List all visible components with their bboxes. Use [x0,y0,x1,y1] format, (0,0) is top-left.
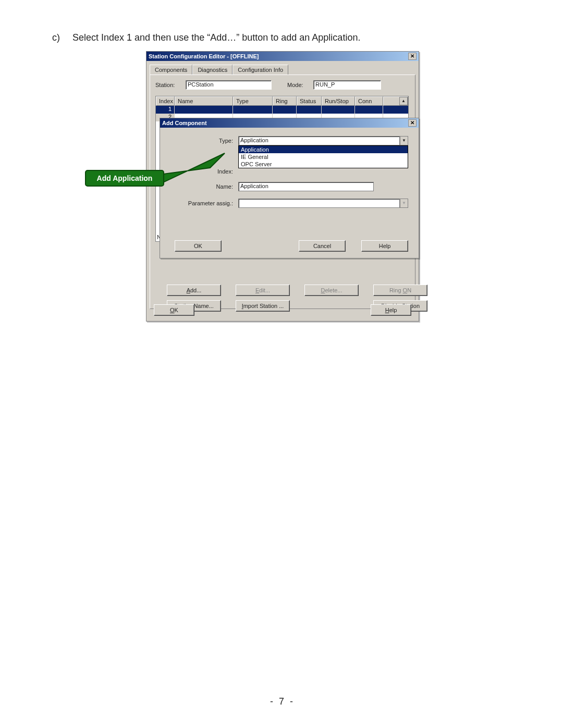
main-ok-button[interactable]: OK [154,304,194,316]
add-component-dialog: Add Component ✕ Type: Application ▼ Appl… [160,118,419,258]
type-label: Type: [170,138,238,144]
modal-help-button[interactable]: Help [361,240,408,252]
close-icon[interactable]: ✕ [408,53,417,60]
mode-label: Mode: [287,82,313,88]
chevron-down-icon[interactable]: ▼ [400,199,408,208]
dropdown-item[interactable]: IE General [239,153,408,161]
param-row: Parameter assig.: ▼ [170,199,408,208]
edit-button[interactable]: Edit... [236,285,290,296]
name-row: Name: Application [170,182,408,191]
index-label: Index: [170,168,238,175]
chevron-down-icon[interactable]: ▼ [400,136,408,145]
dropdown-item[interactable]: Application [239,146,408,153]
modal-ok-button[interactable]: OK [175,240,222,252]
delete-button[interactable]: Delete... [304,285,359,296]
modal-titlebar[interactable]: Add Component ✕ [160,118,419,128]
tab-config-info[interactable]: Configuration Info [232,65,288,75]
scroll-up-icon[interactable]: ▲ [399,97,408,105]
col-runstop[interactable]: Run/Stop [322,96,355,106]
col-type[interactable]: Type [233,96,273,106]
col-status[interactable]: Status [297,96,322,106]
close-icon[interactable]: ✕ [408,119,417,127]
callout-label: Add Application [97,174,153,182]
page-number-value: 7 [279,696,284,707]
index-row: Index: [170,168,408,175]
type-combo[interactable]: Application ▼ Application IE General OPC… [238,136,408,145]
param-label: Parameter assig.: [170,200,238,206]
row-index: 1 [156,106,175,114]
col-ring[interactable]: Ring [273,96,297,106]
tab-components[interactable]: Components [150,65,192,75]
tab-diagnostics[interactable]: Diagnostics [192,65,232,75]
main-window-title: Station Configuration Editor - [OFFLINE] [149,53,408,59]
main-titlebar[interactable]: Station Configuration Editor - [OFFLINE]… [146,52,419,61]
ring-on-button[interactable]: Ring ON [373,285,427,296]
col-conn[interactable]: Conn [355,96,383,106]
col-name[interactable]: Name [175,96,233,106]
station-field[interactable]: PCStation [186,80,272,90]
modal-cancel-button[interactable]: Cancel [299,240,346,252]
tab-strip: Components Diagnostics Configuration Inf… [150,64,415,75]
col-index[interactable]: Index [156,96,175,106]
instruction-text: Select Index 1 and then use the “Add…” b… [72,32,360,43]
main-help-button[interactable]: Help [371,304,411,316]
mode-field[interactable]: RUN_P [313,80,381,90]
param-combo[interactable]: ▼ [238,199,408,208]
instruction-bullet: c) [52,32,70,43]
dropdown-item[interactable]: OPC Server [239,161,408,168]
modal-button-row: OK Cancel Help [175,240,408,252]
table-header: Index Name Type Ring Status Run/Stop Con… [156,96,408,106]
button-row-1: Add... Edit... Delete... Ring ON [167,285,427,296]
name-input[interactable]: Application [238,182,374,191]
type-row: Type: Application ▼ Application IE Gener… [170,136,408,145]
add-button[interactable]: Add... [167,285,221,296]
type-combo-value[interactable]: Application [238,136,400,145]
param-combo-value[interactable] [238,199,400,208]
type-dropdown-list: Application IE General OPC Server [238,145,408,168]
modal-title: Add Component [162,120,408,126]
page-number: - 7 - [0,696,563,707]
station-label: Station: [155,82,186,88]
name-label: Name: [170,183,238,190]
table-row[interactable]: 1 [156,106,408,114]
main-bottom-buttons: OK Help [154,304,411,316]
modal-body: Type: Application ▼ Application IE Gener… [160,128,419,259]
instruction-line: c) Select Index 1 and then use the “Add…… [52,32,360,43]
